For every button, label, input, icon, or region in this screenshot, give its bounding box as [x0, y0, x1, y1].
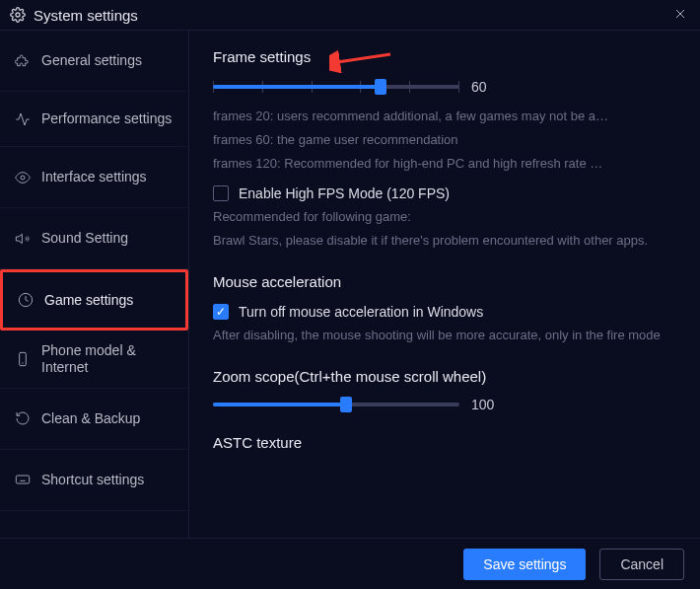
highfps-desc1: Recommended for following game: — [213, 207, 666, 228]
frame-slider-thumb[interactable] — [375, 79, 386, 95]
titlebar: System settings — [0, 0, 700, 30]
cancel-button[interactable]: Cancel — [599, 549, 684, 580]
svg-rect-4 — [16, 476, 29, 483]
zoom-slider[interactable]: 100 — [213, 397, 676, 412]
close-icon[interactable] — [672, 6, 690, 24]
sidebar-item-label: Performance settings — [41, 110, 175, 127]
frame-desc-60: frames 60: the game user recommendation — [213, 130, 666, 151]
sidebar-item-label: Game settings — [44, 292, 172, 309]
sidebar-item-label: Clean & Backup — [41, 410, 175, 427]
puzzle-icon — [14, 53, 32, 69]
zoom-slider-value: 100 — [471, 397, 494, 412]
highfps-desc2: Brawl Stars, please disable it if there'… — [213, 231, 666, 252]
window-title: System settings — [34, 7, 672, 24]
phone-icon — [14, 351, 32, 367]
frame-desc-120: frames 120: Recommended for high-end PC … — [213, 154, 666, 175]
sound-icon — [14, 231, 32, 247]
highfps-checkbox[interactable] — [213, 185, 229, 201]
mouse-turnoff-checkbox[interactable]: ✓ — [213, 304, 229, 320]
save-button[interactable]: Save settings — [463, 549, 586, 580]
frame-desc-20: frames 20: users recommend additional, a… — [213, 107, 666, 127]
keyboard-icon — [14, 472, 32, 487]
sidebar-item-label: Interface settings — [41, 169, 175, 185]
svg-point-1 — [21, 176, 25, 180]
sidebar-item-sound[interactable]: Sound Setting — [0, 208, 188, 269]
frame-slider[interactable]: 60 — [213, 79, 676, 95]
sidebar-item-label: General settings — [41, 52, 175, 69]
activity-icon — [14, 111, 32, 127]
zoom-slider-thumb[interactable] — [340, 397, 352, 412]
mouse-accel-title: Mouse acceleration — [213, 273, 676, 290]
zoom-title: Zoom scope(Ctrl+the mouse scroll wheel) — [213, 368, 676, 385]
mouse-turnoff-label: Turn off mouse acceleration in Windows — [239, 304, 483, 320]
mouse-desc: After disabling, the mouse shooting will… — [213, 326, 666, 346]
sidebar-item-game[interactable]: Game settings — [0, 269, 188, 331]
sidebar-item-label: Shortcut settings — [41, 472, 175, 488]
gear-icon — [10, 7, 26, 23]
frame-slider-fill — [213, 85, 381, 89]
eye-icon — [14, 170, 32, 185]
svg-point-0 — [16, 13, 20, 17]
main-panel: Frame settings 60 frames 20: users recom… — [189, 31, 700, 538]
frame-slider-value: 60 — [471, 79, 487, 95]
highfps-row: Enable High FPS Mode (120 FPS) — [213, 185, 676, 201]
sidebar-item-clean[interactable]: Clean & Backup — [0, 389, 188, 450]
sidebar: General settings Performance settings In… — [0, 31, 189, 538]
sidebar-item-phone[interactable]: Phone model & Internet — [0, 331, 188, 389]
sidebar-item-general[interactable]: General settings — [0, 31, 188, 92]
frame-settings-title: Frame settings — [213, 48, 676, 65]
restore-icon — [14, 410, 32, 426]
astc-title: ASTC texture — [213, 434, 676, 451]
sidebar-item-interface[interactable]: Interface settings — [0, 147, 188, 208]
svg-rect-3 — [20, 352, 27, 365]
gamepad-icon — [17, 292, 35, 308]
sidebar-item-shortcut[interactable]: Shortcut settings — [0, 450, 188, 511]
highfps-label: Enable High FPS Mode (120 FPS) — [239, 185, 450, 201]
sidebar-item-label: Phone model & Internet — [41, 342, 175, 376]
mouse-turnoff-row: ✓ Turn off mouse acceleration in Windows — [213, 304, 676, 320]
sidebar-item-label: Sound Setting — [41, 230, 175, 247]
zoom-slider-fill — [213, 403, 346, 406]
sidebar-item-performance[interactable]: Performance settings — [0, 92, 188, 147]
footer: Save settings Cancel — [0, 538, 700, 589]
